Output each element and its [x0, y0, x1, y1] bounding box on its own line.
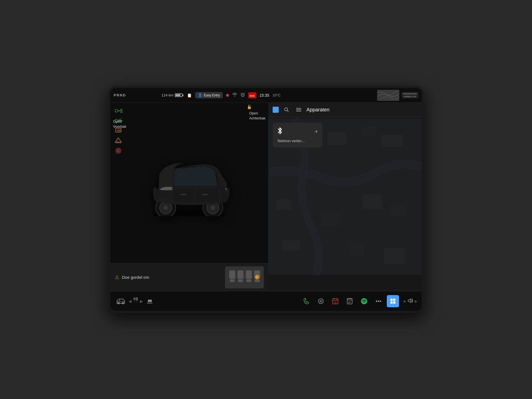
temp-display: 10°C	[273, 93, 281, 97]
svg-point-80	[378, 300, 379, 302]
app-more-button[interactable]	[372, 295, 385, 307]
svg-point-15	[119, 142, 121, 143]
svg-text:A: A	[119, 119, 120, 121]
indicator-headlights	[115, 108, 122, 114]
svg-rect-39	[255, 279, 260, 282]
car-area: Open Voorbak 🔓 Open Achterbak	[110, 103, 268, 263]
left-panel: A ≡⊡≡ !	[110, 103, 268, 291]
svg-rect-83	[393, 299, 395, 301]
svg-rect-27	[180, 194, 186, 195]
wifi-icon	[232, 93, 237, 98]
svg-point-6	[115, 119, 118, 122]
svg-point-16	[116, 148, 121, 153]
volume-icon[interactable]	[407, 298, 413, 305]
range-display: 114 km	[162, 93, 183, 97]
volume-controls: ◀ ▶	[403, 298, 417, 305]
wiper-prev-arrow[interactable]: ◀	[129, 299, 132, 303]
svg-point-21	[163, 206, 168, 210]
svg-point-24	[211, 206, 215, 210]
passenger-airbag-indicator: PASSENGER AIRBAG ON	[401, 92, 418, 98]
svg-rect-37	[246, 270, 252, 273]
volume-prev-arrow[interactable]: ◀	[403, 299, 405, 303]
svg-point-61	[118, 302, 119, 304]
svg-point-17	[117, 150, 119, 152]
svg-point-79	[376, 300, 377, 302]
svg-rect-36	[246, 279, 251, 282]
file-icon: 📋	[187, 93, 192, 98]
status-bar: PRND 114 km 📋 👤 Easy Entry	[110, 88, 422, 103]
device-title: Apparaten	[306, 107, 329, 113]
map-mini[interactable]	[377, 90, 399, 101]
taskbar-apps: 25	[300, 295, 399, 307]
search-button[interactable]	[282, 105, 291, 114]
open-achterbak-text2: Achterbak	[249, 116, 265, 121]
svg-text:≡⊡≡: ≡⊡≡	[116, 129, 122, 132]
person-icon: 👤	[198, 93, 202, 97]
easy-entry-label: Easy Entry	[204, 93, 220, 97]
alarm-icon	[241, 93, 245, 98]
indicator-brake: ≡⊡≡	[115, 127, 122, 134]
status-middle: 📋 👤 Easy Entry	[185, 92, 375, 98]
app-camera-button[interactable]	[315, 295, 327, 307]
bluetooth-add-button[interactable]: +	[314, 128, 318, 135]
main-content: A ≡⊡≡ !	[110, 103, 422, 291]
taskbar: ◀ HI ⌒⌒ ▶	[110, 291, 422, 311]
wiper-control[interactable]: HI ⌒⌒	[133, 297, 138, 305]
range-text: 114 km	[162, 93, 173, 97]
volume-next-arrow[interactable]: ▶	[415, 299, 417, 303]
svg-point-41	[255, 275, 259, 279]
seat-belt-text: Doe gordel om	[122, 275, 149, 280]
warning-triangle-icon: ⚠	[115, 274, 119, 280]
app-phone-button[interactable]	[300, 295, 313, 307]
car-visualization: ⚡	[142, 139, 236, 227]
list-button[interactable]	[294, 105, 303, 114]
wiper-level: HI	[134, 297, 138, 302]
device-panel: Apparaten + Telefoon verbin…	[268, 103, 422, 153]
status-left: PRND	[114, 93, 126, 97]
record-icon	[226, 94, 229, 97]
open-achterbak-label[interactable]: Open Achterbak	[249, 111, 265, 121]
svg-rect-30	[230, 279, 235, 282]
svg-line-57	[287, 111, 289, 112]
app-notes-button[interactable]	[344, 295, 356, 307]
sos-label: SOS	[250, 94, 255, 97]
svg-line-8	[120, 119, 121, 119]
color-square	[273, 107, 279, 113]
svg-point-14	[116, 142, 118, 143]
svg-point-68	[320, 301, 321, 302]
app-active-button[interactable]	[387, 295, 399, 307]
sos-badge: SOS	[248, 92, 256, 98]
bluetooth-icon	[277, 127, 283, 136]
svg-point-2	[115, 109, 118, 112]
battery-icon	[175, 93, 183, 97]
heat-icon[interactable]	[147, 298, 153, 305]
wiper-next-arrow[interactable]: ▶	[140, 299, 143, 303]
bluetooth-label: Telefoon verbin…	[277, 139, 318, 143]
device-content: + Telefoon verbin…	[268, 117, 422, 153]
device-header: Apparaten	[268, 103, 422, 117]
svg-rect-84	[390, 301, 393, 304]
svg-point-81	[380, 300, 381, 302]
warning-indicators: A ≡⊡≡ !	[115, 108, 122, 155]
prnd-display: PRND	[114, 93, 126, 97]
svg-rect-34	[237, 270, 244, 273]
seat-belt-warning: ⚠ Doe gordel om	[115, 274, 221, 280]
svg-rect-40	[254, 270, 260, 273]
app-spotify-button[interactable]	[358, 295, 370, 307]
seat-belt-bar: ⚠ Doe gordel om	[110, 263, 268, 291]
lock-icon: 🔓	[247, 105, 252, 109]
svg-rect-85	[393, 301, 395, 304]
indicator-safety	[115, 147, 122, 155]
bluetooth-tile[interactable]: + Telefoon verbin…	[273, 123, 323, 147]
seat-image: !	[225, 266, 264, 288]
open-achterbak-text: Open	[249, 111, 265, 116]
svg-text:!: !	[117, 139, 118, 142]
car-button[interactable]	[115, 295, 127, 307]
easy-entry-button[interactable]: 👤 Easy Entry	[195, 92, 222, 98]
right-panel: Apparaten + Telefoon verbin…	[268, 103, 422, 291]
svg-rect-33	[238, 279, 243, 282]
svg-text:25: 25	[334, 301, 337, 304]
svg-rect-75	[347, 298, 352, 301]
app-calendar-button[interactable]: 25	[329, 295, 341, 307]
indicator-auto-lights: A	[115, 118, 122, 124]
